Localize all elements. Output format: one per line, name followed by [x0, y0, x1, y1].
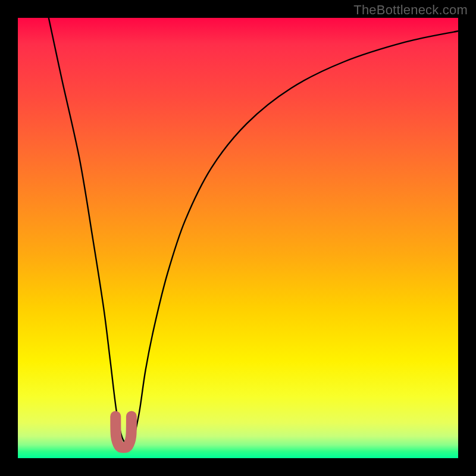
watermark-label: TheBottleneck.com	[353, 2, 468, 18]
bottleneck-curve-path	[49, 18, 458, 444]
curve-overlay	[18, 18, 458, 458]
valley-marker-path	[115, 416, 131, 448]
plot-area	[18, 18, 458, 458]
chart-frame: TheBottleneck.com	[0, 0, 476, 476]
